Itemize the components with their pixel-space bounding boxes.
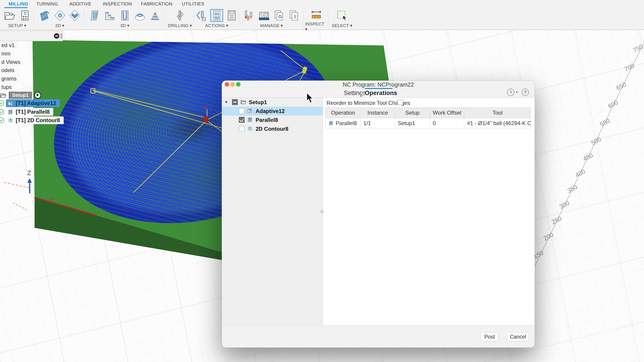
tree-row-adaptive12[interactable]: Adaptive12 (222, 107, 323, 116)
generated-check-icon (0, 100, 4, 106)
group-label-actions[interactable]: ACTIONS ▾ (205, 23, 228, 28)
ruler-label: 550 (599, 117, 611, 128)
cell-setup: Setup1 (395, 118, 430, 128)
group-label-drilling[interactable]: DRILLING ▾ (168, 23, 192, 28)
2d-face-icon[interactable] (69, 9, 81, 22)
fusion-manufacture-window: MILLING TURNING ADDITIVE INSPECTION FABR… (0, 0, 644, 362)
nc-program-icon[interactable]: G (19, 9, 31, 22)
adaptive12-checkbox[interactable] (239, 108, 245, 114)
group-label-setup[interactable]: SETUP ▾ (8, 23, 26, 28)
reorder-checkbox[interactable] (398, 99, 403, 105)
drill-icon[interactable] (174, 9, 186, 22)
browser-item-document[interactable]: ed v1 (0, 42, 18, 49)
browser-op-parallel8[interactable]: [T1] Parallel8 (0, 108, 53, 116)
tab-turning[interactable]: TURNING (36, 1, 58, 6)
x-axis-dashed-line (4, 182, 29, 188)
flag-marker (205, 106, 208, 108)
setup1-checkbox[interactable] (232, 99, 238, 105)
help-icon[interactable]: ? (522, 89, 529, 96)
history-icon[interactable] (507, 89, 514, 96)
ruler-label: 750 (632, 43, 644, 54)
toolbar-separator (303, 10, 304, 27)
browser-item-units[interactable]: mm (0, 50, 13, 57)
col-tool[interactable]: Tool (464, 108, 531, 118)
tab-inspection[interactable]: INSPECTION (103, 1, 132, 6)
cell-operation: Parallel8 (336, 120, 357, 126)
chevron-down-icon[interactable]: ▾ (516, 90, 518, 94)
collapse-caret-icon[interactable]: ▾ (225, 99, 228, 104)
tab-operations[interactable]: Operations (365, 88, 392, 98)
ribbon-toolbar: MILLING TURNING ADDITIVE INSPECTION FABR… (0, 0, 644, 30)
col-work-offset[interactable]: Work Offset (430, 108, 464, 118)
3d-spiral-icon[interactable] (149, 9, 161, 22)
group-label-select[interactable]: SELECT ▾ (332, 23, 352, 28)
dialog-titlebar[interactable]: NC Program: NCProgram22 (222, 81, 534, 88)
op-label[interactable]: [T1] Adaptive12 (16, 100, 56, 106)
group-label-2d[interactable]: 2D ▾ (55, 23, 64, 28)
generated-check-icon (0, 117, 4, 124)
tab-milling[interactable]: MILLING (9, 1, 28, 6)
browser-item-setups[interactable]: tups (0, 83, 14, 91)
browser-resize-handle[interactable] (61, 34, 62, 38)
3d-pocket-icon[interactable] (119, 9, 131, 22)
simulate-icon[interactable] (196, 9, 208, 22)
parallel-op-icon (247, 117, 253, 123)
post-button[interactable]: Post (480, 332, 499, 341)
tree-row-2dcontour8[interactable]: 2D Contour8 (222, 124, 323, 133)
tree-setup1-label[interactable]: Setup1 (249, 99, 267, 106)
select-icon[interactable] (336, 9, 348, 22)
post-library-icon[interactable]: G (273, 9, 285, 22)
table-row[interactable]: Parallel8 1/1 Setup1 0 #1 - Ø1/4" ball (… (326, 118, 531, 128)
tool-library-icon[interactable] (243, 9, 255, 22)
tab-utilities[interactable]: UTILITIES (182, 1, 204, 6)
3d-steps-icon[interactable] (104, 9, 116, 22)
parallel-op-icon (8, 109, 14, 115)
setup1-label[interactable]: Setup1 (9, 92, 32, 99)
group-label-3d[interactable]: 3D ▾ (120, 23, 130, 28)
2d-pocket-icon[interactable] (54, 9, 66, 22)
cell-tool: #1 - Ø1/4" ball (46294-K CNC … (464, 118, 531, 128)
browser-op-adaptive12[interactable]: [T1] Adaptive12 (0, 99, 60, 107)
measure-icon[interactable] (310, 9, 322, 21)
tab-settings[interactable]: Settings (344, 90, 366, 97)
group-2d: 2D ▾ (36, 9, 84, 29)
2d-adaptive-icon[interactable] (39, 9, 51, 22)
parallel8-checkbox[interactable] (239, 117, 245, 123)
tree-adaptive12-label[interactable]: Adaptive12 (256, 108, 285, 114)
setup-sheet-icon[interactable] (226, 9, 238, 22)
browser-item-named-views[interactable]: d Views (0, 58, 23, 66)
collapse-browser-icon[interactable] (54, 33, 59, 39)
machine-library-icon[interactable] (258, 9, 270, 22)
group-inspect: INSPECT ▾ (305, 9, 328, 29)
tree-parallel8-label[interactable]: Parallel8 (256, 117, 278, 123)
col-instance[interactable]: Instance (361, 108, 395, 118)
template-library-icon[interactable]: S (288, 9, 300, 22)
browser-item-nc-programs[interactable]: grams (0, 75, 19, 82)
group-label-inspect[interactable]: INSPECT ▾ (305, 22, 328, 32)
browser-item-setup1[interactable]: Setup1 (0, 91, 41, 100)
op-label[interactable]: [T1] 2D Contour8 (16, 117, 60, 124)
2dcontour8-checkbox[interactable] (239, 126, 245, 132)
3d-morph-icon[interactable] (134, 9, 146, 22)
tree-2dcontour8-label[interactable]: 2D Contour8 (256, 126, 288, 132)
ruler-label: 700 (623, 62, 636, 73)
col-setup[interactable]: Setup (395, 108, 430, 118)
tab-fabrication[interactable]: FABRICATION (141, 1, 172, 6)
op-label[interactable]: [T1] Parallel8 (16, 109, 50, 115)
active-setup-radio-icon[interactable] (34, 92, 41, 99)
browser-op-2dcontour8[interactable]: [T1] 2D Contour8 (0, 116, 64, 124)
cancel-button[interactable]: Cancel (507, 332, 529, 341)
col-operation[interactable]: Operation (326, 108, 361, 118)
group-label-manage[interactable]: MANAGE ▾ (260, 23, 283, 28)
tree-row-parallel8[interactable]: Parallel8 (222, 116, 323, 124)
z-axis-arrowhead (27, 178, 32, 183)
new-setup-icon[interactable] (4, 9, 16, 22)
dialog-title: NC Program: NCProgram22 (222, 82, 534, 88)
post-process-icon[interactable]: G1 G2 (210, 9, 223, 22)
3d-steep-icon[interactable] (89, 9, 101, 22)
browser-item-models[interactable]: odels (0, 66, 17, 74)
panel-splitter-handle[interactable] (320, 210, 324, 213)
tab-additive[interactable]: ADDITIVE (69, 1, 92, 6)
svg-text:S: S (293, 14, 296, 19)
folder-open-icon (240, 99, 247, 105)
